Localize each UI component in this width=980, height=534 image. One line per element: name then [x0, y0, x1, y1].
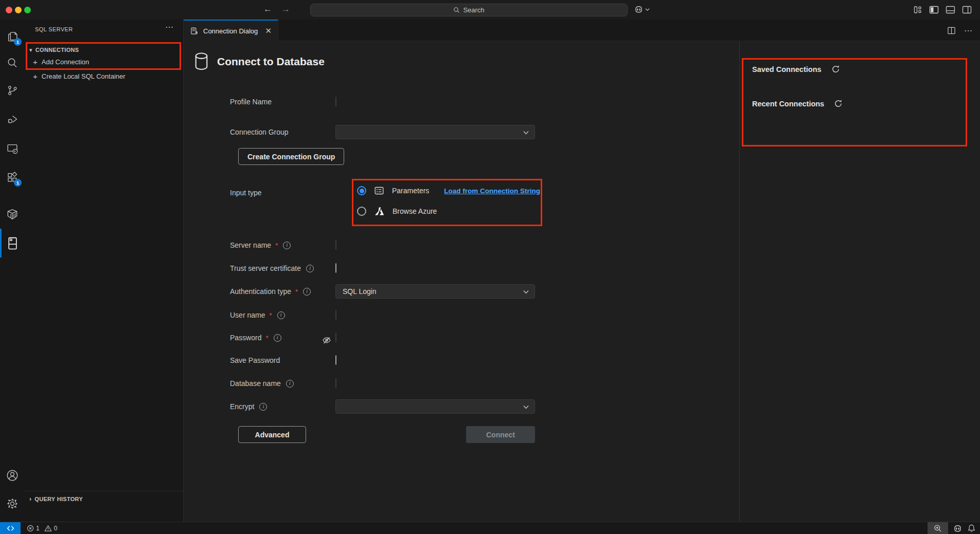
activitybar-source-control[interactable] [0, 78, 25, 103]
activitybar-run-debug[interactable] [0, 107, 25, 132]
chevron-down-icon [523, 131, 529, 135]
azure-icon [374, 206, 385, 216]
activitybar-search[interactable] [0, 50, 25, 75]
trust-server-certificate-checkbox[interactable] [335, 263, 336, 273]
toggle-panel-icon[interactable] [946, 5, 955, 14]
activitybar-explorer[interactable]: 1 [0, 24, 25, 49]
tab-label: Connection Dialog [203, 27, 258, 35]
account-icon [6, 469, 19, 482]
back-icon[interactable]: ← [263, 4, 272, 14]
info-icon: i [303, 288, 311, 296]
database-name-input[interactable] [335, 378, 336, 388]
eye-off-icon[interactable] [322, 336, 331, 345]
info-icon: i [286, 380, 294, 388]
editor-more-actions-icon[interactable]: ⋯ [964, 26, 973, 35]
close-window-button[interactable] [6, 7, 12, 13]
sidebar-title: SQL SERVER [35, 26, 73, 32]
create-local-sql-container-item[interactable]: + Create Local SQL Container [25, 70, 183, 82]
server-name-input[interactable] [335, 240, 336, 250]
container-icon [6, 208, 19, 221]
panel-divider [739, 41, 740, 522]
explorer-badge: 1 [14, 38, 22, 46]
database-icon [194, 52, 209, 71]
bell-icon[interactable] [967, 524, 976, 533]
radio-selected-icon[interactable] [357, 186, 366, 195]
encrypt-select[interactable] [335, 399, 535, 414]
saved-connections-header: Saved Connections [752, 65, 822, 73]
chevron-down-icon [645, 8, 650, 11]
radio-unselected-icon[interactable] [357, 207, 366, 216]
debug-icon [6, 113, 19, 125]
active-view-indicator [0, 229, 2, 257]
remote-icon [7, 525, 14, 532]
database-name-label: Database namei [230, 379, 294, 388]
load-from-connection-string-link[interactable]: Load from Connection String [444, 187, 540, 195]
password-input[interactable] [335, 333, 336, 342]
error-count: 1 [36, 525, 40, 532]
connection-dialog-tab-icon [190, 27, 199, 35]
server-name-label: Server name*i [230, 241, 291, 249]
password-label: Password*i [230, 334, 281, 342]
chevron-down-icon [523, 290, 529, 294]
connection-group-select[interactable] [335, 125, 535, 139]
problems-status[interactable]: 1 0 [27, 525, 57, 532]
refresh-icon[interactable] [834, 99, 843, 108]
forward-icon[interactable]: → [281, 4, 290, 14]
chevron-down-icon [523, 405, 529, 409]
connect-button[interactable]: Connect [466, 426, 535, 443]
sidebar-more-actions-icon[interactable]: ⋯ [165, 22, 174, 32]
chevron-right-icon: › [29, 495, 31, 503]
create-connection-group-button[interactable]: Create Connection Group [238, 148, 344, 165]
user-name-input[interactable] [335, 310, 336, 320]
input-type-label: Input type [230, 189, 262, 197]
parameters-form-icon [374, 186, 384, 196]
authentication-type-select[interactable]: SQL Login [335, 284, 535, 299]
activitybar-containers[interactable] [0, 202, 25, 227]
minimize-window-button[interactable] [15, 7, 22, 13]
customize-layout-icon[interactable] [913, 5, 922, 14]
copilot-status-icon[interactable] [953, 524, 963, 533]
plus-icon: + [33, 58, 38, 66]
sidebar-sql-server: SQL SERVER ⋯ ▾ CONNECTIONS + Add Connect… [25, 20, 184, 522]
warning-icon [44, 525, 52, 532]
search-icon [453, 7, 460, 13]
toggle-secondary-sidebar-icon[interactable] [962, 5, 972, 14]
save-password-checkbox[interactable] [335, 355, 336, 365]
toggle-primary-sidebar-icon[interactable] [929, 5, 939, 14]
chevron-down-icon: ▾ [29, 47, 32, 53]
zoom-status-item[interactable] [928, 522, 948, 534]
plus-icon: + [33, 72, 38, 81]
query-history-section-header[interactable]: › QUERY HISTORY [25, 491, 183, 506]
activitybar-accounts[interactable] [0, 463, 25, 488]
input-type-browse-azure-option[interactable]: Browse Azure [357, 206, 437, 216]
add-connection-item[interactable]: + Add Connection [25, 56, 183, 68]
remote-explorer-icon [6, 142, 19, 155]
error-icon [27, 525, 34, 532]
copilot-icon [634, 5, 644, 14]
search-icon [6, 57, 19, 69]
refresh-icon[interactable] [831, 65, 840, 73]
advanced-button[interactable]: Advanced [238, 426, 306, 443]
activitybar-remote-explorer[interactable] [0, 136, 25, 161]
encrypt-label: Encrypti [230, 402, 267, 411]
activitybar-sql-server[interactable] [0, 231, 25, 255]
search-label: Search [463, 6, 484, 14]
title-bar: ← → Search [0, 0, 980, 20]
maximize-window-button[interactable] [24, 7, 31, 13]
tab-connection-dialog[interactable]: Connection Dialog ✕ [184, 20, 278, 41]
input-type-parameters-option[interactable]: Parameters Load from Connection String [357, 186, 540, 196]
activity-bar: 1 1 [0, 20, 25, 522]
activitybar-settings[interactable] [0, 491, 25, 516]
command-center-search[interactable]: Search [310, 4, 628, 16]
split-editor-icon[interactable] [947, 26, 956, 35]
remote-indicator[interactable] [0, 522, 21, 534]
profile-name-input[interactable] [335, 97, 336, 106]
save-password-label: Save Password [230, 356, 280, 364]
copilot-menu[interactable] [634, 5, 650, 14]
vscode-window: ← → Search 1 [0, 0, 980, 534]
connections-section-header[interactable]: ▾ CONNECTIONS [25, 44, 183, 56]
info-icon: i [274, 334, 281, 342]
close-icon[interactable]: ✕ [265, 26, 272, 35]
activitybar-extensions[interactable]: 1 [0, 165, 25, 190]
zoom-in-icon [934, 524, 942, 532]
